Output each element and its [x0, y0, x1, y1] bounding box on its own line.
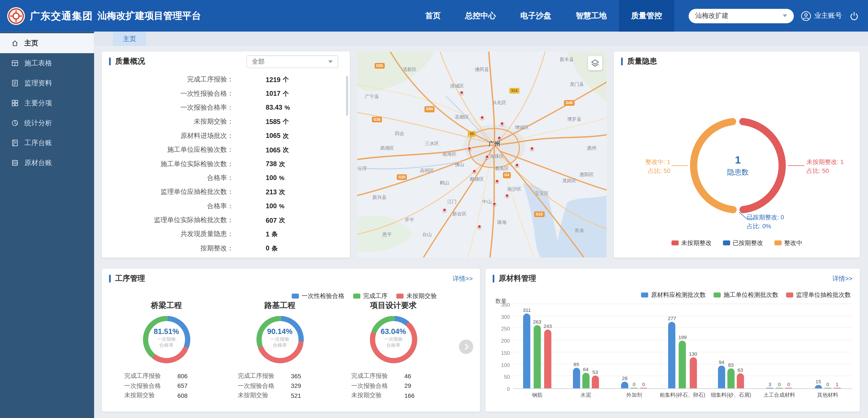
bar[interactable]: [640, 387, 647, 388]
account-button[interactable]: 业主账号: [801, 11, 842, 21]
gauge-stat-label: 完成工序报验: [124, 372, 178, 380]
nav-item-2[interactable]: 电子沙盘: [508, 0, 563, 31]
bar[interactable]: [824, 387, 831, 388]
chevron-down-icon: [328, 60, 333, 63]
map-city-label: 云浮: [358, 166, 367, 172]
map-city-label: 四会: [395, 131, 404, 138]
region-map[interactable]: 新丰县佛冈县龙门县清新区清城区从化区广宁县花都区增城区博罗县四会三水区鼎湖区广州…: [357, 52, 607, 258]
legend-marker: [713, 293, 721, 297]
bar[interactable]: [737, 373, 744, 388]
bar[interactable]: [785, 387, 792, 388]
map-marker-pin[interactable]: [495, 179, 499, 183]
legend-item[interactable]: 整改中: [774, 239, 803, 247]
map-city-label: 清新区: [402, 67, 416, 73]
stat-unit: 个: [283, 76, 289, 84]
bar-column: 130: [689, 351, 697, 388]
overview-filter-select[interactable]: 全部: [246, 55, 338, 68]
bar-value-label: 243: [544, 324, 552, 329]
sidebar-item-2[interactable]: 监理资料: [0, 73, 94, 93]
material-detail-link[interactable]: 详情>>: [832, 274, 852, 283]
map-marker-pin[interactable]: [477, 225, 481, 229]
legend-marker: [723, 240, 730, 245]
nav-item-1[interactable]: 总控中心: [453, 0, 508, 31]
bar[interactable]: [727, 368, 735, 388]
map-marker-pin[interactable]: [497, 136, 501, 140]
legend-item[interactable]: 原材料应检测批次数: [641, 291, 706, 299]
map-marker-pin[interactable]: [480, 116, 484, 119]
sidebar-item-5[interactable]: 工序台账: [0, 133, 94, 153]
map-marker-pin[interactable]: [530, 146, 534, 150]
sidebar-item-4[interactable]: 统计分析: [0, 113, 94, 133]
map-marker-pin[interactable]: [467, 146, 471, 150]
overview-filter-value: 全部: [252, 57, 265, 66]
map-layers-button[interactable]: [588, 56, 602, 70]
bar-value-label: 0: [787, 381, 790, 387]
process-detail-link[interactable]: 详情>>: [453, 274, 473, 283]
bar[interactable]: [630, 387, 638, 388]
map-marker-pin[interactable]: [472, 169, 476, 173]
map-city-label: 广州: [489, 140, 500, 148]
bar[interactable]: [534, 325, 541, 388]
nav-item-0[interactable]: 首页: [413, 0, 453, 31]
project-selector[interactable]: 汕梅改扩建: [688, 9, 794, 23]
header-right: 汕梅改扩建 业主账号: [674, 9, 868, 23]
bar[interactable]: [834, 387, 841, 388]
map-marker-pin[interactable]: [485, 155, 489, 158]
bar-group-3: 277199130: [658, 305, 707, 388]
map-marker-pin[interactable]: [442, 208, 446, 212]
legend-item[interactable]: 一次性检验合格: [292, 292, 344, 300]
gauge-row: 桥梁工程81.51%一次报验合格率完成工序报验806一次报验合格657未按期交验…: [110, 301, 450, 400]
bar[interactable]: [523, 314, 530, 388]
page-title: 汕梅改扩建项目管理平台: [97, 9, 201, 22]
bar[interactable]: [669, 322, 676, 388]
bar[interactable]: [582, 373, 589, 388]
sidebar-item-1[interactable]: 施工表格: [0, 53, 94, 73]
sidebar-item-6[interactable]: 原材台账: [0, 153, 94, 173]
stat-label: 完成工序报验：: [102, 75, 234, 84]
sidebar-menu: 主页施工表格监理资料主要分项统计分析工序台账原材台账: [0, 33, 94, 173]
overview-stat-row: 按期整改：0条: [102, 241, 350, 256]
bar[interactable]: [766, 387, 773, 388]
legend-item[interactable]: 施工单位检测批次数: [713, 291, 778, 299]
legend-item[interactable]: 监理单位抽检批次数: [786, 291, 850, 299]
stat-value: 1065: [266, 132, 280, 140]
bar[interactable]: [544, 330, 551, 388]
map-city-label: 鼎湖区: [380, 145, 394, 152]
power-icon[interactable]: [849, 11, 859, 21]
legend-item[interactable]: 未按期交验: [397, 292, 437, 300]
tab-home[interactable]: 主页: [113, 31, 146, 46]
map-city-label: 顺德区: [470, 176, 484, 183]
sidebar-item-label: 统计分析: [24, 118, 52, 128]
legend-label: 未按期整改: [681, 239, 712, 247]
bar[interactable]: [689, 357, 696, 388]
map-city-label: 惠阳区: [580, 172, 594, 178]
map-marker-pin[interactable]: [500, 122, 504, 125]
gridline: [513, 304, 852, 304]
bar[interactable]: [679, 340, 686, 388]
callout-text: 已按期整改: 0: [747, 213, 784, 222]
bar[interactable]: [718, 366, 725, 388]
y-tick-label: 50: [504, 374, 510, 380]
carousel-next-button[interactable]: [459, 339, 473, 354]
bar-column: 0: [640, 381, 647, 388]
stat-unit: 次: [283, 146, 289, 154]
legend-item[interactable]: 完成工序: [353, 292, 388, 300]
bar[interactable]: [776, 387, 783, 388]
bar[interactable]: [815, 385, 822, 388]
map-marker-pin[interactable]: [492, 202, 496, 206]
nav-item-4[interactable]: 质量管控: [619, 0, 674, 31]
legend-item[interactable]: 未按期整改: [671, 239, 712, 247]
x-axis-label: 其他材料: [804, 392, 852, 399]
bar[interactable]: [592, 376, 599, 388]
scrollbar-thumb[interactable]: [346, 76, 348, 116]
gauge-stat-row: 完成工序报验365: [238, 371, 322, 381]
map-marker-pin[interactable]: [505, 194, 509, 198]
bar[interactable]: [573, 368, 580, 388]
bar[interactable]: [621, 382, 628, 388]
sidebar-item-3[interactable]: 主要分项: [0, 93, 94, 113]
sidebar-item-0[interactable]: 主页: [0, 33, 94, 53]
map-marker-pin[interactable]: [460, 91, 464, 95]
nav-item-3[interactable]: 智慧工地: [563, 0, 619, 31]
map-marker-pin[interactable]: [515, 163, 519, 167]
legend-item[interactable]: 已按期整改: [723, 239, 763, 247]
